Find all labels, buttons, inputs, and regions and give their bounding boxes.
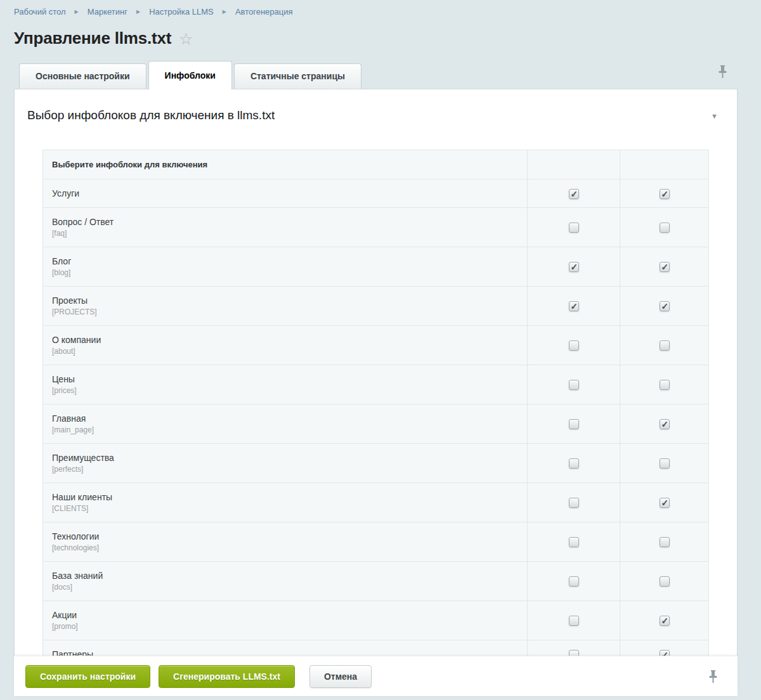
include-checkbox-secondary[interactable] — [660, 223, 670, 233]
infoblock-name: Наши клиенты — [52, 491, 518, 503]
page-title-row: Управление llms.txt — [14, 29, 193, 48]
generate-llms-button[interactable]: Сгенерировать LLMS.txt — [159, 665, 295, 688]
table-row: База знаний [docs] — [43, 562, 709, 601]
table-row: О компании [about] — [43, 326, 709, 365]
section-title: Выбор инфоблоков для включения в llms.tx… — [27, 108, 724, 122]
infoblock-code: [prices] — [52, 386, 518, 396]
include-checkbox[interactable] — [569, 419, 579, 429]
include-checkbox-secondary[interactable] — [660, 576, 670, 587]
infoblock-code: [about] — [52, 347, 518, 356]
infoblock-code: [CLIENTS] — [52, 504, 518, 514]
page-title: Управление llms.txt — [14, 29, 171, 48]
infoblock-code: [docs] — [52, 583, 518, 592]
infoblock-name: Проекты — [52, 295, 518, 306]
table-header-label: Выберите инфоблоки для включения — [43, 150, 528, 179]
infoblock-table-wrap: Выберите инфоблоки для включения Услуги … — [42, 150, 709, 669]
table-row: Наши клиенты [CLIENTS] — [43, 483, 709, 522]
table-row: Акции [promo] — [43, 601, 709, 640]
include-checkbox[interactable] — [569, 262, 579, 272]
save-settings-button[interactable]: Сохранить настройки — [25, 665, 150, 688]
infoblock-name: Главная — [52, 413, 518, 424]
tab-infoblocks[interactable]: Инфоблоки — [148, 61, 232, 89]
infoblock-name: Услуги — [52, 188, 518, 199]
pin-icon[interactable] — [717, 65, 728, 82]
include-checkbox-secondary[interactable] — [660, 301, 670, 311]
infoblock-code: [PROJECTS] — [52, 308, 518, 317]
include-checkbox[interactable] — [569, 380, 579, 390]
action-bar: Сохранить настройки Сгенерировать LLMS.t… — [14, 656, 738, 696]
include-checkbox[interactable] — [569, 498, 579, 508]
include-checkbox-secondary[interactable] — [660, 616, 670, 626]
breadcrumb-separator-icon — [223, 9, 226, 15]
include-checkbox-secondary[interactable] — [660, 380, 670, 390]
include-checkbox[interactable] — [569, 189, 579, 199]
include-checkbox[interactable] — [569, 340, 579, 351]
include-checkbox-secondary[interactable] — [660, 458, 670, 469]
table-row: Блог [blog] — [43, 247, 709, 287]
table-row: Преимущества [perfects] — [43, 444, 709, 483]
infoblock-code: [technologies] — [52, 543, 518, 553]
include-checkbox[interactable] — [569, 616, 579, 626]
tab-static-pages[interactable]: Статичные страницы — [234, 63, 361, 89]
infoblock-name: Преимущества — [52, 452, 518, 463]
infoblock-code: [promo] — [52, 622, 518, 632]
breadcrumb-link-marketing[interactable]: Маркетинг — [88, 7, 127, 16]
include-checkbox[interactable] — [569, 537, 579, 547]
infoblock-code: [main_page] — [52, 425, 518, 435]
include-checkbox[interactable] — [569, 458, 579, 469]
infoblock-name: Блог — [52, 256, 518, 267]
infoblock-code: [perfects] — [52, 465, 518, 474]
header-cell-empty — [528, 150, 620, 179]
include-checkbox-secondary[interactable] — [660, 537, 670, 547]
include-checkbox-secondary[interactable] — [660, 262, 670, 272]
include-checkbox[interactable] — [569, 223, 579, 233]
breadcrumb-separator-icon — [75, 9, 79, 15]
infoblock-name: Вопрос / Ответ — [52, 216, 518, 228]
include-checkbox-secondary[interactable] — [660, 189, 670, 199]
table-row: Главная [main_page] — [43, 405, 709, 444]
infoblock-name: Технологии — [52, 531, 518, 542]
include-checkbox[interactable] — [569, 576, 579, 587]
include-checkbox[interactable] — [569, 301, 579, 311]
infoblock-code: [blog] — [52, 268, 518, 278]
breadcrumb-link-autogeneration[interactable]: Автогенерация — [235, 7, 293, 16]
tab-main-settings[interactable]: Основные настройки — [19, 63, 146, 89]
infoblock-name: О компании — [52, 334, 518, 346]
infoblock-name: Акции — [52, 609, 518, 621]
cancel-button[interactable]: Отмена — [309, 665, 372, 688]
header-cell-empty — [620, 150, 709, 179]
include-checkbox-secondary[interactable] — [660, 340, 670, 351]
table-row: Проекты [PROJECTS] — [43, 287, 709, 326]
infoblock-name: Цены — [52, 373, 518, 385]
favorite-star-icon[interactable] — [179, 30, 193, 48]
section-header: Выбор инфоблоков для включения в llms.tx… — [15, 89, 737, 122]
table-header-row: Выберите инфоблоки для включения — [43, 150, 709, 179]
table-row: Вопрос / Ответ [faq] — [43, 208, 709, 247]
table-row: Технологии [technologies] — [43, 522, 709, 562]
table-row: Цены [prices] — [43, 365, 709, 405]
settings-panel: Выбор инфоблоков для включения в llms.tx… — [14, 89, 738, 696]
breadcrumb-separator-icon — [136, 9, 140, 15]
infoblock-table-body: Услуги Вопрос / Ответ [faq] Блог [blog] — [43, 179, 709, 669]
pin-icon[interactable] — [708, 670, 719, 687]
include-checkbox-secondary[interactable] — [660, 498, 670, 508]
infoblock-table: Выберите инфоблоки для включения Услуги … — [42, 150, 709, 669]
breadcrumb-link-llms-settings[interactable]: Настройка LLMS — [149, 7, 214, 16]
breadcrumb: Рабочий стол Маркетинг Настройка LLMS Ав… — [14, 7, 293, 16]
infoblock-code: [faq] — [52, 229, 518, 238]
infoblock-name: База знаний — [52, 570, 518, 581]
table-row: Услуги — [43, 179, 709, 208]
breadcrumb-link-desktop[interactable]: Рабочий стол — [14, 7, 66, 16]
collapse-section-icon[interactable] — [711, 112, 718, 120]
include-checkbox-secondary[interactable] — [660, 419, 670, 429]
tab-bar: Основные настройки Инфоблоки Статичные с… — [19, 61, 363, 89]
